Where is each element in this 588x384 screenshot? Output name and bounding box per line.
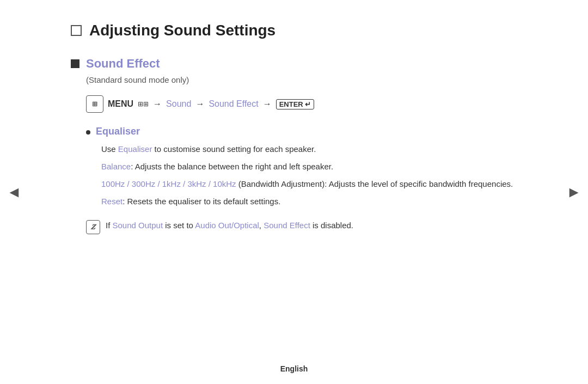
section-title-text: Sound Effect (86, 57, 160, 71)
equaliser-highlight: Equaliser (118, 144, 152, 154)
equaliser-description: Use Equaliser to customise sound setting… (101, 143, 517, 156)
arrow-2: → (195, 99, 204, 109)
bullet-dot-icon (86, 130, 90, 135)
enter-label: ENTER (279, 100, 303, 108)
arrow-3: → (263, 99, 272, 109)
note-sound-effect: Sound Effect (264, 221, 310, 230)
section-square-icon (71, 59, 79, 68)
frequencies-line: 100Hz / 300Hz / 1kHz / 3kHz / 10kHz (Ban… (101, 178, 517, 191)
reset-line: Reset: Resets the equaliser to its defau… (101, 195, 517, 208)
reset-label: Reset (101, 197, 122, 206)
note-comma: , (259, 221, 264, 230)
note-suffix: is disabled. (310, 221, 353, 230)
page-title-text: Adjusting Sound Settings (89, 22, 275, 39)
note-icon: 𝒁 (86, 220, 100, 234)
equaliser-desc-suffix: to customise sound setting for each spea… (152, 144, 316, 154)
balance-label: Balance (101, 162, 131, 171)
title-checkbox-icon (71, 25, 82, 36)
page-title: Adjusting Sound Settings (71, 22, 517, 39)
reset-text: : Resets the equaliser to its default se… (122, 197, 280, 206)
note-text: If Sound Output is set to Audio Out/Opti… (106, 219, 353, 232)
section-subtitle: (Standard sound mode only) (86, 75, 517, 84)
enter-arrow-symbol: ↵ (305, 100, 311, 108)
nav-left-arrow[interactable]: ◄ (7, 184, 22, 201)
enter-icon: ENTER↵ (276, 99, 314, 109)
bandwidth-text: (Bandwidth Adjustment): Adjusts the leve… (236, 179, 513, 188)
menu-path: ⊞ MENU ⊞⊞ → Sound → Sound Effect → ENTER… (86, 95, 517, 113)
equaliser-title-row: Equaliser (86, 126, 517, 137)
equaliser-section: Equaliser Use Equaliser to customise sou… (86, 126, 517, 208)
section-title: Sound Effect (71, 57, 517, 71)
menu-remote-icon: ⊞ (86, 95, 103, 113)
arrow-1: → (153, 99, 162, 109)
frequencies-text: 100Hz / 300Hz / 1kHz / 3kHz / 10kHz (101, 179, 236, 188)
balance-text: : Adjusts the balance between the right … (131, 162, 333, 171)
menu-step1: Sound (166, 99, 191, 109)
menu-grid-symbol: ⊞⊞ (138, 101, 149, 107)
menu-step2: Sound Effect (209, 99, 258, 109)
note-sound-output: Sound Output (113, 221, 163, 230)
menu-keyword: MENU (108, 99, 133, 109)
note-section: 𝒁 If Sound Output is set to Audio Out/Op… (86, 219, 517, 234)
note-audio-out: Audio Out/Optical (195, 221, 259, 230)
note-prefix: If (106, 221, 113, 230)
note-middle: is set to (163, 221, 195, 230)
footer-language: English (280, 364, 308, 373)
balance-line: Balance: Adjusts the balance between the… (101, 160, 517, 173)
nav-right-arrow[interactable]: ► (566, 184, 581, 201)
equaliser-title: Equaliser (96, 126, 140, 137)
